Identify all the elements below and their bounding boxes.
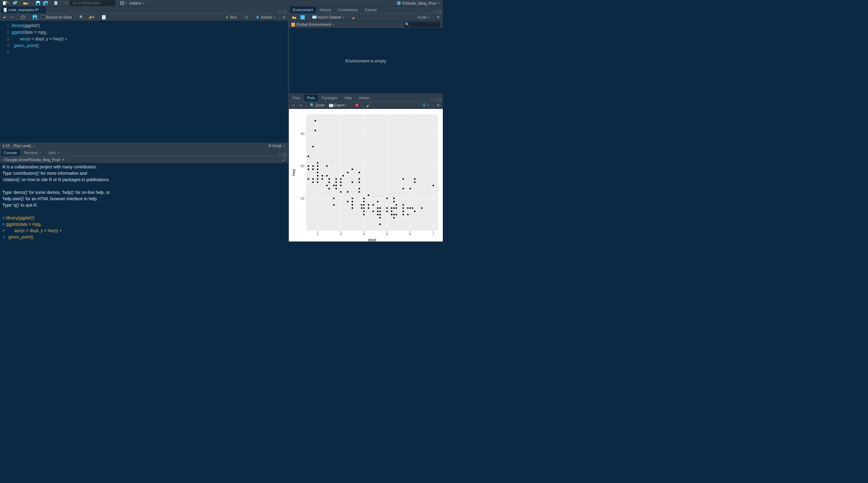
tab-packages[interactable]: Packages	[319, 95, 341, 101]
save-all-button[interactable]	[42, 0, 49, 6]
svg-point-155	[402, 207, 404, 209]
env-search-input[interactable]	[404, 22, 440, 27]
maximize-pane-icon[interactable]: ▢	[438, 9, 441, 13]
svg-rect-27	[312, 15, 316, 17]
print-button[interactable]	[53, 0, 59, 6]
notebook-button[interactable]	[101, 15, 107, 20]
maximize-pane-icon[interactable]: ▢	[283, 152, 286, 156]
svg-point-78	[317, 172, 318, 173]
save-button[interactable]	[35, 0, 41, 6]
find-button[interactable]: 🔍	[78, 15, 85, 20]
source-button[interactable]: Source ▾	[255, 15, 277, 20]
svg-point-103	[347, 191, 348, 193]
load-workspace-button[interactable]	[291, 15, 298, 19]
svg-point-154	[402, 204, 404, 206]
wand-button[interactable]: ✨▾	[87, 15, 96, 20]
prev-plot-button[interactable]: ⬅	[291, 103, 296, 107]
svg-point-161	[409, 207, 411, 209]
tab-console[interactable]: Console	[1, 150, 20, 156]
forward-button[interactable]: ➡	[9, 15, 14, 20]
svg-point-99	[340, 185, 341, 186]
clear-console-icon[interactable]: 🖌	[282, 158, 286, 162]
rerun-button[interactable]	[243, 15, 250, 19]
publish-button[interactable]: ⦿ ▾	[421, 103, 430, 107]
svg-point-83	[321, 178, 323, 180]
svg-point-96	[335, 188, 337, 189]
svg-rect-13	[120, 1, 122, 3]
maximize-pane-icon[interactable]: ▢	[438, 97, 441, 101]
addins-menu[interactable]: Addins ▾	[128, 1, 146, 5]
tab-tutorial[interactable]: Tutorial	[362, 7, 380, 13]
svg-rect-15	[120, 3, 122, 5]
scope-selector[interactable]: (Top Level) ⇕	[13, 144, 35, 148]
svg-point-163	[414, 178, 415, 180]
import-dataset-button[interactable]: Import Dataset ▾	[311, 15, 346, 20]
svg-point-116	[361, 207, 362, 209]
tab-help[interactable]: Help	[342, 95, 355, 101]
refresh-plot-button[interactable]: ↻	[436, 103, 441, 107]
save-file-button[interactable]	[32, 15, 38, 20]
svg-rect-25	[301, 15, 305, 20]
minimize-pane-icon[interactable]: ▭	[278, 152, 282, 156]
refresh-env-button[interactable]: ↻	[436, 15, 441, 20]
svg-point-141	[391, 207, 393, 209]
grid-button[interactable]: ▾	[119, 0, 127, 6]
save-workspace-button[interactable]	[299, 15, 306, 20]
goto-file-input[interactable]	[70, 0, 115, 6]
env-scope-selector[interactable]: Global Environment ▾	[291, 22, 334, 27]
next-plot-button[interactable]: ➡	[298, 103, 304, 107]
console-path-label: ~/Google Drive/RStudio_Blog_Post/	[2, 158, 60, 162]
back-button[interactable]: ⬅	[2, 15, 7, 20]
zoom-button[interactable]: 🔍 Zoom	[309, 103, 326, 107]
minimize-pane-icon[interactable]: ▭	[433, 9, 436, 13]
open-file-button[interactable]: ▾	[22, 0, 31, 6]
tab-terminal[interactable]: Terminal×	[21, 150, 44, 156]
console[interactable]: R is a collaborative project with many c…	[0, 163, 288, 242]
svg-point-82	[321, 175, 323, 176]
filetype-selector[interactable]: R Script ⇕	[269, 144, 286, 148]
outline-button[interactable]: ≡	[282, 15, 286, 20]
new-file-button[interactable]: ▾	[1, 0, 11, 6]
editor-tab[interactable]: code_examples.R* ×	[1, 7, 46, 13]
svg-point-143	[391, 214, 393, 216]
goto-button[interactable]	[63, 0, 69, 6]
env-tabbar: EnvironmentHistoryConnectionsTutorial ▭ …	[289, 6, 443, 14]
tab-jobs[interactable]: Jobs×	[45, 150, 63, 156]
svg-point-160	[409, 188, 411, 189]
svg-point-86	[326, 185, 328, 186]
tab-viewer[interactable]: Viewer	[356, 95, 372, 101]
svg-point-119	[363, 201, 365, 202]
svg-text:2: 2	[317, 232, 319, 236]
svg-point-92	[333, 204, 335, 206]
tab-plots[interactable]: Plots	[304, 95, 318, 101]
show-in-new-window-button[interactable]	[20, 15, 26, 19]
search-icon: 🔍	[405, 23, 409, 26]
clear-plots-button[interactable]: 🧹	[365, 103, 372, 107]
svg-point-104	[347, 201, 348, 202]
code-editor[interactable]: 12345 library(ggplot2)ggplot(data = mpg,…	[0, 21, 288, 142]
svg-point-131	[377, 211, 378, 212]
svg-text:displ: displ	[368, 237, 376, 242]
maximize-pane-icon[interactable]: ▢	[283, 9, 286, 13]
project-selector[interactable]: R RStudio_Blog_Post ▾	[397, 1, 442, 5]
new-project-button[interactable]	[11, 0, 19, 6]
tab-connections[interactable]: Connections	[335, 7, 361, 13]
svg-point-157	[402, 214, 404, 216]
tab-files[interactable]: Files	[290, 95, 303, 101]
tab-history[interactable]: History	[317, 7, 334, 13]
minimize-pane-icon[interactable]: ▭	[433, 97, 436, 101]
tab-environment[interactable]: Environment	[290, 7, 316, 13]
clear-env-button[interactable]: 🧹	[351, 15, 358, 20]
view-mode-button[interactable]: ≡ List ▾	[416, 15, 430, 20]
svg-point-70	[312, 165, 314, 167]
source-on-save-checkbox[interactable]: Source on Save	[40, 15, 73, 20]
svg-point-87	[329, 178, 330, 180]
svg-point-120	[363, 204, 365, 206]
export-button[interactable]: Export ▾	[328, 103, 349, 107]
close-tab-icon[interactable]: ×	[41, 8, 43, 12]
open-folder-icon[interactable]: ↗	[62, 158, 65, 162]
remove-plot-button[interactable]	[354, 103, 360, 107]
svg-text:5: 5	[386, 232, 388, 236]
minimize-pane-icon[interactable]: ▭	[278, 9, 282, 13]
run-button[interactable]: Run	[224, 15, 238, 20]
